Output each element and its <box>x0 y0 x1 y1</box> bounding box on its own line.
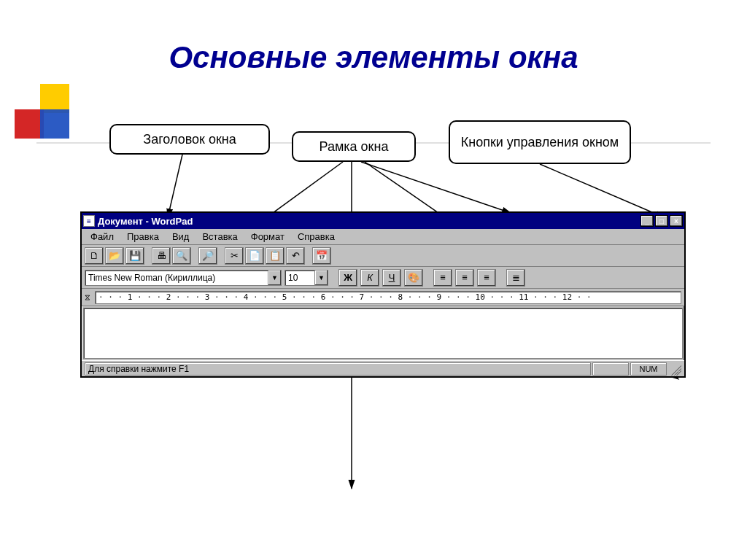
font-size-value: 10 <box>285 273 301 283</box>
bold-button[interactable]: Ж <box>338 269 357 287</box>
align-left-button[interactable]: ≡ <box>433 269 452 287</box>
ruler[interactable]: · · · 1 · · · 2 · · · 3 · · · 4 · · · 5 … <box>95 291 681 304</box>
font-name-value: Times New Roman (Кириллица) <box>85 273 218 283</box>
menu-format[interactable]: Формат <box>245 230 290 244</box>
status-cell-blank <box>592 362 629 376</box>
title-bar[interactable]: ≡ Документ - WordPad _ □ × <box>82 213 684 229</box>
menu-help[interactable]: Справка <box>292 230 341 244</box>
menu-edit[interactable]: Правка <box>121 230 165 244</box>
menu-insert[interactable]: Вставка <box>196 230 243 244</box>
slide-title: Основные элементы окна <box>0 40 747 75</box>
document-edit-area[interactable] <box>83 308 683 359</box>
svg-line-4 <box>361 162 511 213</box>
window-title-text: Документ - WordPad <box>98 216 640 227</box>
app-icon: ≡ <box>83 215 95 227</box>
callout-window-buttons: Кнопки управления окном <box>449 120 631 164</box>
cut-button[interactable]: ✂ <box>225 247 244 265</box>
menu-bar: Файл Правка Вид Вставка Формат Справка <box>82 229 684 245</box>
underline-button[interactable]: Ч <box>382 269 401 287</box>
standard-toolbar: 🗋 📂 💾 🖶 🔍 🔎 ✂ 📄 📋 ↶ 📅 <box>82 245 684 267</box>
svg-line-0 <box>168 155 182 217</box>
callout-window-frame: Рамка окна <box>292 131 416 162</box>
open-button[interactable]: 📂 <box>105 247 124 265</box>
menu-file[interactable]: Файл <box>85 230 120 244</box>
dropdown-icon[interactable]: ▼ <box>268 271 281 285</box>
close-button[interactable]: × <box>670 215 683 227</box>
italic-button[interactable]: К <box>360 269 379 287</box>
callout-window-title: Заголовок окна <box>109 124 270 155</box>
ruler-marker-icon[interactable]: ⧖ <box>85 292 90 302</box>
copy-button[interactable]: 📄 <box>245 247 264 265</box>
dropdown-icon[interactable]: ▼ <box>314 271 328 285</box>
font-name-combo[interactable]: Times New Roman (Кириллица) ▼ <box>85 270 282 286</box>
format-toolbar: Times New Roman (Кириллица) ▼ 10 ▼ Ж К Ч… <box>82 267 684 289</box>
print-button[interactable]: 🖶 <box>152 247 171 265</box>
datetime-button[interactable]: 📅 <box>312 247 331 265</box>
ruler-bar: ⧖ · · · 1 · · · 2 · · · 3 · · · 4 · · · … <box>82 289 684 306</box>
paste-button[interactable]: 📋 <box>266 247 285 265</box>
svg-line-1 <box>540 164 664 217</box>
bullets-button[interactable]: ≣ <box>506 269 525 287</box>
decorative-squares <box>15 84 73 142</box>
preview-button[interactable]: 🔍 <box>172 247 191 265</box>
find-button[interactable]: 🔎 <box>198 247 217 265</box>
status-bar: Для справки нажмите F1 NUM <box>82 360 684 376</box>
wordpad-window: ≡ Документ - WordPad _ □ × Файл Правка В… <box>80 211 686 378</box>
status-numlock: NUM <box>630 362 667 376</box>
color-button[interactable]: 🎨 <box>404 269 423 287</box>
align-right-button[interactable]: ≡ <box>477 269 496 287</box>
save-button[interactable]: 💾 <box>125 247 144 265</box>
resize-grip-icon[interactable] <box>668 362 681 376</box>
menu-view[interactable]: Вид <box>166 230 196 244</box>
minimize-button[interactable]: _ <box>640 215 654 227</box>
maximize-button[interactable]: □ <box>655 215 668 227</box>
new-button[interactable]: 🗋 <box>85 247 104 265</box>
undo-button[interactable]: ↶ <box>286 247 305 265</box>
font-size-combo[interactable]: 10 ▼ <box>285 270 328 286</box>
align-center-button[interactable]: ≡ <box>455 269 474 287</box>
status-message: Для справки нажмите F1 <box>85 362 591 376</box>
